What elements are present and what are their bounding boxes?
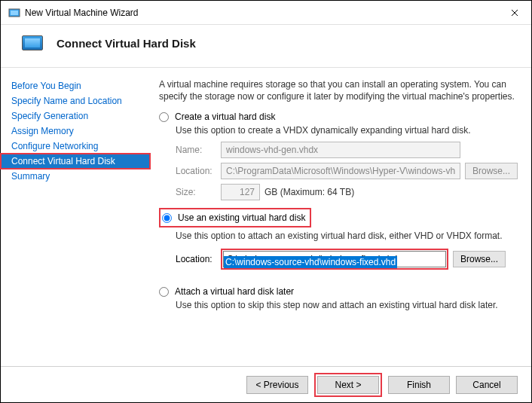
close-button[interactable]	[497, 2, 531, 24]
radio-existing-label: Use an existing virtual hard disk	[178, 212, 305, 223]
sidebar-item-before-you-begin[interactable]: Before You Begin	[1, 78, 150, 93]
next-button-highlight: Next >	[314, 373, 382, 397]
radio-create-label: Create a virtual hard disk	[175, 111, 275, 122]
sidebar: Before You Begin Specify Name and Locati…	[1, 68, 150, 357]
option-later-desc: Use this option to skip this step now an…	[176, 300, 518, 310]
create-browse-button: Browse...	[465, 163, 518, 179]
radio-existing-vhd[interactable]	[162, 213, 172, 223]
sidebar-item-specify-name[interactable]: Specify Name and Location	[1, 93, 150, 108]
svg-rect-1	[11, 11, 18, 15]
option-create-desc: Use this option to create a VHDX dynamic…	[176, 125, 518, 136]
create-fields: Name: Location: Browse... Size: GB (Maxi…	[176, 142, 518, 200]
footer: < Previous Next > Finish Cancel	[1, 366, 531, 402]
sidebar-item-configure-networking[interactable]: Configure Networking	[1, 139, 150, 154]
existing-location-row: Location: C:\windows-source-vhd\windows-…	[176, 249, 518, 270]
content-pane: A virtual machine requires storage so th…	[150, 68, 531, 357]
sidebar-item-specify-generation[interactable]: Specify Generation	[1, 108, 150, 124]
sidebar-item-assign-memory[interactable]: Assign Memory	[1, 124, 150, 139]
option-existing-highlight: Use an existing virtual hard disk	[159, 208, 311, 227]
create-size-unit: GB (Maximum: 64 TB)	[264, 187, 354, 197]
titlebar: New Virtual Machine Wizard	[1, 1, 531, 25]
option-later-row: Attach a virtual hard disk later	[159, 286, 518, 297]
sidebar-item-summary[interactable]: Summary	[1, 169, 150, 184]
option-existing-desc: Use this option to attach an existing vi…	[176, 231, 518, 241]
radio-attach-later[interactable]	[159, 287, 169, 297]
existing-location-selection: C:\windows-source-vhd\windows-fixed.vhd	[224, 256, 397, 268]
radio-later-label: Attach a virtual hard disk later	[175, 286, 294, 297]
create-name-input	[221, 142, 460, 158]
create-name-label: Name:	[176, 145, 221, 155]
wizard-icon	[22, 35, 43, 50]
page-title: Connect Virtual Hard Disk	[57, 37, 196, 50]
create-size-input	[221, 184, 260, 200]
create-size-label: Size:	[176, 187, 221, 197]
option-create-row: Create a virtual hard disk	[159, 111, 518, 122]
body: Before You Begin Specify Name and Locati…	[1, 68, 531, 357]
intro-text: A virtual machine requires storage so th…	[159, 78, 518, 102]
previous-button[interactable]: < Previous	[246, 376, 308, 394]
existing-location-label: Location:	[176, 254, 221, 264]
next-button[interactable]: Next >	[317, 376, 379, 394]
app-icon	[8, 7, 20, 19]
wizard-window: New Virtual Machine Wizard Connect Virtu…	[0, 0, 532, 403]
radio-create-vhd[interactable]	[159, 112, 169, 122]
create-location-label: Location:	[176, 166, 221, 176]
existing-location-highlight: C:\windows-source-vhd\windows-fixed.vhd	[221, 249, 448, 270]
header: Connect Virtual Hard Disk	[1, 25, 531, 68]
sidebar-item-connect-vhd[interactable]: Connect Virtual Hard Disk	[1, 154, 150, 169]
finish-button[interactable]: Finish	[388, 376, 450, 394]
existing-browse-button[interactable]: Browse...	[453, 251, 506, 267]
window-title: New Virtual Machine Wizard	[25, 8, 497, 18]
create-location-input	[221, 163, 460, 179]
cancel-button[interactable]: Cancel	[456, 376, 518, 394]
